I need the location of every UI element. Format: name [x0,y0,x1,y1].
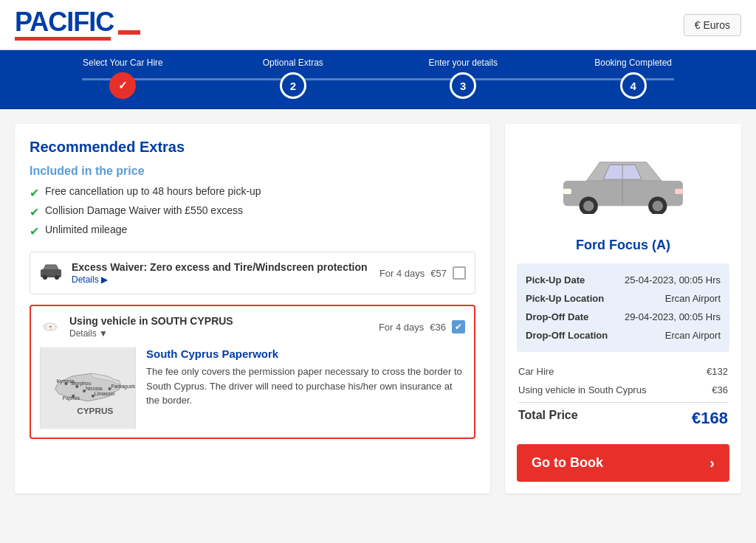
logo-underline [15,37,111,41]
svg-text:Morphou: Morphou [71,381,91,387]
svg-point-25 [653,201,663,211]
step-4-circle: 4 [620,72,647,99]
check-icon-3: ✔ [30,224,39,238]
highlighted-price-value: €36 [430,322,446,333]
svg-text:🇨🇾: 🇨🇾 [47,322,55,331]
main-content: Recommended Extras Included in the price… [0,109,756,508]
extra-item-price: For 4 days €57 [379,266,466,280]
step-3-label: Enter your details [429,58,498,68]
svg-text:Famagusta: Famagusta [111,384,135,390]
pickup-date-value: 25-04-2023, 00:05 Hrs [625,274,721,286]
booking-details: Pick-Up Date 25-04-2023, 00:05 Hrs Pick-… [517,263,729,352]
south-cyprus-label: Using vehicle in South Cyprus [518,384,646,395]
price-row-car-hire: Car Hire €132 [518,362,728,381]
extra-price-value: €57 [430,268,447,279]
extra-item-excess: Excess Waiver: Zero excess and Tire/Wind… [30,252,475,294]
included-text-3: Unlimited mileage [45,224,127,235]
currency-selector[interactable]: € Euros [684,14,741,36]
car-image [517,136,729,232]
highlighted-description-title: South Cyprus Paperwork [146,347,465,360]
go-to-book-label: Go to Book [532,455,603,471]
highlighted-body: Nicosia Paphos Limassol Famagusta Morpho… [40,347,465,429]
step-4-label: Booking Completed [594,58,672,68]
car-summary-card: Ford Focus (A) Pick-Up Date 25-04-2023, … [505,124,741,494]
step-3: Enter your details 3 [378,58,548,99]
progress-bar: Select Your Car Hire ✓ Optional Extras 2… [0,50,756,109]
svg-text:Paphos: Paphos [63,395,80,401]
step-1-circle: ✓ [109,72,136,99]
svg-point-2 [55,275,59,280]
step-4: Booking Completed 4 [548,58,718,99]
highlighted-checkbox[interactable]: ✔ [452,320,465,333]
included-text-1: Free cancellation up to 48 hours before … [45,185,261,197]
extra-checkbox-excess[interactable] [453,266,466,280]
extra-item-title: Excess Waiver: Zero excess and Tire/Wind… [72,261,371,273]
included-text-2: Collision Damage Waiver with £550 excess [45,204,243,216]
pickup-location-value: Ercan Airport [665,293,721,304]
price-breakdown: Car Hire €132 Using vehicle in South Cyp… [517,362,729,434]
svg-point-1 [43,275,47,280]
car-extra-icon [39,261,63,285]
step-2-circle: 2 [280,72,306,99]
highlighted-details-link[interactable]: Details ▼ [69,328,108,339]
panel-title: Recommended Extras [30,139,475,156]
dropoff-location-label: Drop-Off Location [526,330,608,341]
logo-text: PACIFIC [15,9,114,35]
extra-item-south-cyprus: 🇨🇾 Using vehicle in SOUTH CYPRUS Details… [30,305,475,439]
highlighted-info: Using vehicle in SOUTH CYPRUS Details ▼ [69,315,370,339]
extra-item-details-link[interactable]: Details ▶ [72,274,108,285]
highlighted-price: For 4 days €36 ✔ [379,320,465,333]
car-illustration [557,154,690,214]
cyprus-map: Nicosia Paphos Limassol Famagusta Morpho… [40,347,136,429]
step-1-label: Select Your Car Hire [83,58,163,68]
total-row: Total Price €168 [518,402,728,434]
total-value: €168 [692,409,728,428]
booking-row-pickup-date: Pick-Up Date 25-04-2023, 00:05 Hrs [526,271,721,289]
included-list: ✔ Free cancellation up to 48 hours befor… [30,185,475,238]
check-icon-1: ✔ [30,186,39,200]
car-hire-label: Car Hire [518,366,554,377]
included-item-2: ✔ Collision Damage Waiver with £550 exce… [30,204,475,219]
car-hire-value: €132 [707,366,728,377]
included-title: Included in the price [30,165,475,178]
booking-row-pickup-location: Pick-Up Location Ercan Airport [526,289,721,308]
svg-rect-26 [563,188,571,193]
highlighted-title: Using vehicle in SOUTH CYPRUS [69,315,370,327]
dropoff-location-value: Ercan Airport [665,330,721,341]
step-3-circle: 3 [450,72,476,99]
included-item-3: ✔ Unlimited mileage [30,224,475,238]
extra-item-info: Excess Waiver: Zero excess and Tire/Wind… [72,261,371,285]
check-icon-2: ✔ [30,205,39,219]
highlighted-price-label: For 4 days [379,322,424,333]
page-header: PACIFIC € Euros [0,0,756,50]
logo-dash [118,30,140,35]
south-cyprus-value: €36 [712,384,728,395]
pickup-location-label: Pick-Up Location [526,293,604,304]
svg-text:Limassol: Limassol [94,391,115,396]
step-1: Select Your Car Hire ✓ [38,58,207,99]
total-label: Total Price [518,409,578,428]
logo: PACIFIC [15,9,140,41]
highlighted-description: South Cyprus Paperwork The fee only cove… [146,347,465,408]
svg-point-23 [583,201,594,211]
cyprus-flag-icon: 🇨🇾 [40,319,61,334]
car-name: Ford Focus (A) [517,238,729,253]
step-2: Optional Extras 2 [208,58,378,99]
dropoff-date-value: 29-04-2023, 00:05 Hrs [625,311,721,322]
dropoff-date-label: Drop-Off Date [526,311,588,322]
price-row-south-cyprus: Using vehicle in South Cyprus €36 [518,381,728,399]
right-panel: Ford Focus (A) Pick-Up Date 25-04-2023, … [505,124,741,494]
chevron-right-icon: › [709,454,715,471]
included-item-1: ✔ Free cancellation up to 48 hours befor… [30,185,475,200]
go-to-book-button[interactable]: Go to Book › [517,444,729,482]
extra-price-label: For 4 days [379,268,425,279]
highlighted-description-text: The fee only covers the permission paper… [146,364,465,408]
svg-text:Kyrenia: Kyrenia [57,378,74,384]
highlighted-header: 🇨🇾 Using vehicle in SOUTH CYPRUS Details… [40,315,465,339]
left-panel: Recommended Extras Included in the price… [15,124,490,494]
booking-row-dropoff-location: Drop-Off Location Ercan Airport [526,326,721,345]
svg-text:CYPRUS: CYPRUS [77,406,113,416]
step-2-label: Optional Extras [263,58,323,68]
progress-steps: Select Your Car Hire ✓ Optional Extras 2… [38,58,718,99]
booking-row-dropoff-date: Drop-Off Date 29-04-2023, 00:05 Hrs [526,308,721,326]
